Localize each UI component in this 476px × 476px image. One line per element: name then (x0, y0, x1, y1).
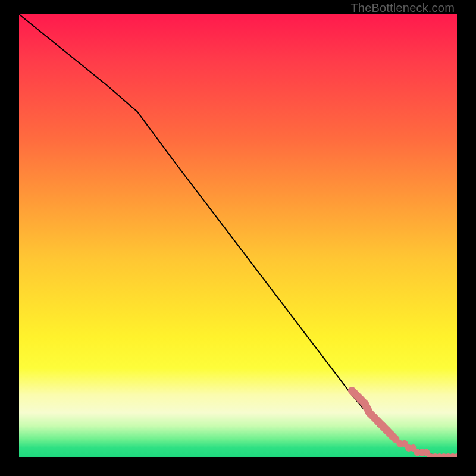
chart-frame: TheBottleneck.com (0, 0, 476, 476)
series-dots (396, 440, 457, 457)
plot-area (19, 14, 457, 457)
series-thick-segment (352, 390, 396, 439)
thick-segment-piece (392, 435, 396, 439)
chart-svg (19, 14, 457, 457)
main-curve-path (19, 14, 457, 457)
attribution-text: TheBottleneck.com (350, 1, 455, 15)
series-curve (19, 14, 457, 457)
